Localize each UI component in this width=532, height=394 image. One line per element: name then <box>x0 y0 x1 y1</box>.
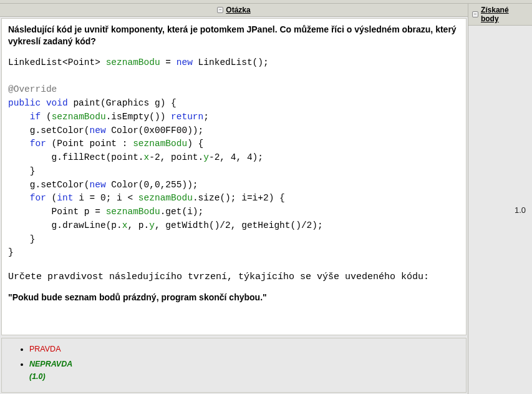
question-prompt: Následující kód je uvnitř komponenty, kt… <box>8 24 460 47</box>
option-wrong[interactable]: PRAVDA <box>29 345 460 353</box>
statement-text: "Pokud bude seznam bodů prázdný, program… <box>8 292 460 302</box>
question-column-header: − Otázka <box>0 4 468 17</box>
score-value-cell: 1.0 <box>468 26 532 394</box>
score-column-title: Získané body <box>481 6 528 23</box>
question-column-title: Otázka <box>226 6 250 14</box>
sub-instruction: Určete pravdivost následujícího tvrzení,… <box>8 271 460 283</box>
question-column: − Otázka Následující kód je uvnitř kompo… <box>0 4 468 394</box>
main-row: − Otázka Následující kód je uvnitř kompo… <box>0 4 532 394</box>
options-panel: PRAVDA NEPRAVDA (1.0) <box>1 338 467 393</box>
option-correct-label: NEPRAVDA <box>29 360 72 368</box>
score-column: − Získané body 1.0 <box>468 4 532 394</box>
collapse-icon[interactable]: − <box>217 7 223 13</box>
code-block: LinkedList<Point> seznamBodu = new Linke… <box>8 56 460 260</box>
options-list: PRAVDA NEPRAVDA (1.0) <box>8 345 460 381</box>
question-body: Následující kód je uvnitř komponenty, kt… <box>1 18 467 335</box>
score-value: 1.0 <box>515 205 526 215</box>
option-wrong-label: PRAVDA <box>29 345 60 353</box>
option-correct[interactable]: NEPRAVDA (1.0) <box>29 360 460 381</box>
collapse-icon[interactable]: − <box>472 11 478 17</box>
option-correct-score: (1.0) <box>29 372 460 381</box>
score-column-header: − Získané body <box>468 4 532 26</box>
